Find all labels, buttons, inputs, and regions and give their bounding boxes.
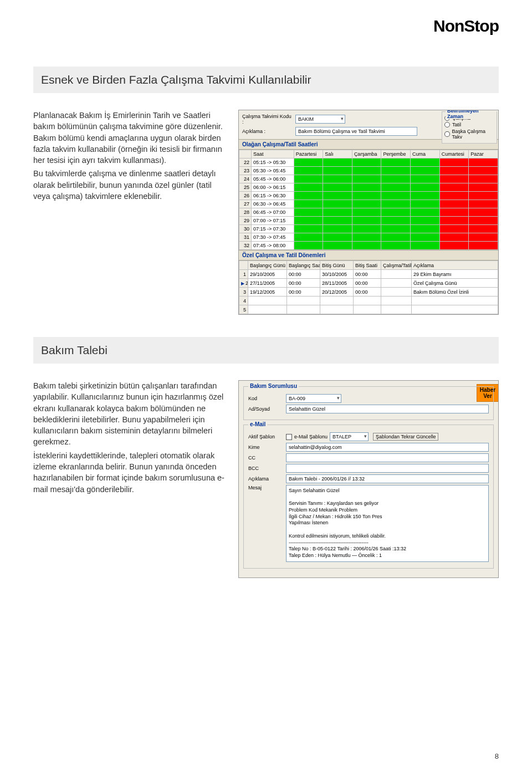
table-row[interactable]: 2606:15 -> 06:30... bbox=[239, 192, 498, 200]
aktif-checkbox[interactable] bbox=[286, 434, 292, 440]
mesaj-label: Mesaj bbox=[248, 485, 282, 490]
section2-p1: Bakım talebi şirketinizin bütün çalışanl… bbox=[33, 380, 227, 448]
responsible-fieldset: Bakım Sorumlusu Kod BA-009 Ad/Soyad Sela… bbox=[243, 386, 494, 420]
responsible-legend: Bakım Sorumlusu bbox=[248, 383, 299, 389]
time-type-group: Belirtilmeyen Zaman ÇalışmaTatilBaşka Ça… bbox=[442, 111, 497, 144]
bcc-label: BCC bbox=[248, 466, 282, 471]
table-row[interactable]: 2405:45 -> 06:00... bbox=[239, 175, 498, 183]
aktif-label: Aktif Şablon bbox=[248, 434, 282, 439]
email-fieldset: e-Mail Aktif Şablon e-Mail Şablonu BTALE… bbox=[243, 425, 494, 569]
table-row[interactable]: 2205:15 -> 05:30... bbox=[239, 159, 498, 167]
section1-p2: Bu takvimlerde çalışma ve dinlenme saatl… bbox=[33, 168, 227, 202]
column-header: Bitiş Saati bbox=[354, 261, 381, 270]
page-number: 8 bbox=[495, 752, 499, 760]
day-header: Salı bbox=[323, 150, 352, 159]
radio-option[interactable]: Tatil bbox=[444, 122, 494, 127]
desc-label: Açıklama : bbox=[242, 129, 292, 134]
aciklama-label: Açıklama bbox=[248, 476, 282, 482]
kime-label: Kime bbox=[248, 444, 282, 450]
table-row[interactable]: 319/12/200500:0020/12/200500:00Bakım Böl… bbox=[239, 288, 498, 297]
adsoyad-label: Ad/Soyad bbox=[248, 406, 282, 412]
table-row[interactable]: 2806:45 -> 07:00... bbox=[239, 208, 498, 217]
day-header: Cuma bbox=[411, 150, 440, 159]
column-header: Açıklama bbox=[412, 261, 498, 270]
sablon-label: e-Mail Şablonu bbox=[294, 434, 328, 439]
cc-label: CC bbox=[248, 455, 282, 461]
request-figure: Haber Ver Bakım Sorumlusu Kod BA-009 Ad/… bbox=[238, 380, 499, 578]
table-row[interactable]: 3107:30 -> 07:45... bbox=[239, 233, 498, 242]
section1-heading: Esnek ve Birden Fazla Çalışma Takvimi Ku… bbox=[33, 67, 499, 93]
day-header: Perşembe bbox=[381, 150, 411, 159]
email-legend: e-Mail bbox=[248, 421, 267, 427]
section2-p2: İsteklerini kaydettiklerinde, talepleri … bbox=[33, 450, 227, 495]
section2-heading: Bakım Talebi bbox=[33, 337, 499, 364]
column-header: Başlangıç Günü bbox=[248, 261, 287, 270]
table-row[interactable]: 3207:45 -> 08:00... bbox=[239, 242, 498, 250]
radio-option[interactable]: Başka Çalışma Takv bbox=[444, 129, 494, 140]
radio-icon bbox=[444, 122, 450, 127]
aciklama-input[interactable]: Bakım Talebi - 2006/01/26 // 13:32 bbox=[286, 474, 489, 483]
radio-label: Tatil bbox=[452, 122, 461, 127]
table-row[interactable]: ▶227/11/200500:0028/11/200500:00Özel Çal… bbox=[239, 279, 498, 288]
special-periods-label: Özel Çalışma ve Tatil Dönemleri bbox=[239, 250, 498, 260]
desc-input[interactable]: Bakım Bölümü Çalışma ve Tatil Takvimi bbox=[295, 127, 417, 136]
brand-logo: NonStop bbox=[433, 17, 499, 35]
time-type-legend: Belirtilmeyen Zaman bbox=[446, 110, 497, 119]
adsoyad-input[interactable]: Selahattin Güzel bbox=[286, 405, 489, 413]
day-header: Saat bbox=[251, 150, 294, 159]
day-header: Pazar bbox=[469, 150, 498, 159]
special-periods-grid[interactable]: Başlangıç GünüBaşlangıç SaatiBitiş GünüB… bbox=[239, 260, 498, 314]
schedule-grid[interactable]: SaatPazartesiSalıÇarşambaPerşembeCumaCum… bbox=[239, 150, 498, 250]
mesaj-textarea[interactable]: Sayın Selahattin Güzel Servisin Tanımı :… bbox=[286, 485, 489, 562]
section1-row: Planlanacak Bakım İş Emirlerinin Tarih v… bbox=[33, 110, 499, 315]
bcc-input[interactable] bbox=[286, 464, 489, 473]
code-label: Çalışma Takvimi Kodu : bbox=[242, 114, 292, 125]
section1-text: Planlanacak Bakım İş Emirlerinin Tarih v… bbox=[33, 110, 227, 204]
section2-row: Bakım talebi şirketinizin bütün çalışanl… bbox=[33, 380, 499, 578]
table-row[interactable]: 2907:00 -> 07:15... bbox=[239, 217, 498, 225]
column-header: Başlangıç Saati bbox=[287, 261, 320, 270]
column-header: Çalışma/Tatil bbox=[381, 261, 412, 270]
table-row[interactable]: 2506:00 -> 06:15... bbox=[239, 183, 498, 192]
template-refresh-button[interactable]: Şablondan Tekrar Güncelle bbox=[373, 433, 438, 441]
code-combo[interactable]: BAKIM bbox=[295, 115, 345, 124]
schedule-figure: Belirtilmeyen Zaman ÇalışmaTatilBaşka Ça… bbox=[238, 110, 499, 315]
section1-p1: Planlanacak Bakım İş Emirlerinin Tarih v… bbox=[33, 110, 227, 166]
table-row[interactable]: 2305:30 -> 05:45... bbox=[239, 167, 498, 175]
radio-icon bbox=[444, 131, 450, 137]
table-row[interactable]: 129/10/200500:0030/10/200500:0029 Ekim B… bbox=[239, 270, 498, 279]
table-row[interactable]: 2706:30 -> 06:45... bbox=[239, 200, 498, 208]
kod-combo[interactable]: BA-009 bbox=[286, 394, 341, 403]
section2-text: Bakım talebi şirketinizin bütün çalışanl… bbox=[33, 380, 227, 497]
radio-label: Başka Çalışma Takv bbox=[452, 129, 494, 140]
table-row[interactable]: 4 bbox=[239, 297, 498, 305]
kime-input[interactable]: selahattin@diyalog.com bbox=[286, 443, 489, 452]
day-header: Pazartesi bbox=[294, 150, 323, 159]
table-row[interactable]: 3007:15 -> 07:30... bbox=[239, 225, 498, 233]
day-header: Çarşamba bbox=[352, 150, 381, 159]
table-row[interactable]: 5 bbox=[239, 305, 498, 314]
sablon-combo[interactable]: BTALEP bbox=[330, 432, 369, 441]
cc-input[interactable] bbox=[286, 453, 489, 462]
kod-label: Kod bbox=[248, 396, 282, 401]
day-header: Cumartesi bbox=[439, 150, 469, 159]
column-header: Bitiş Günü bbox=[320, 261, 354, 270]
